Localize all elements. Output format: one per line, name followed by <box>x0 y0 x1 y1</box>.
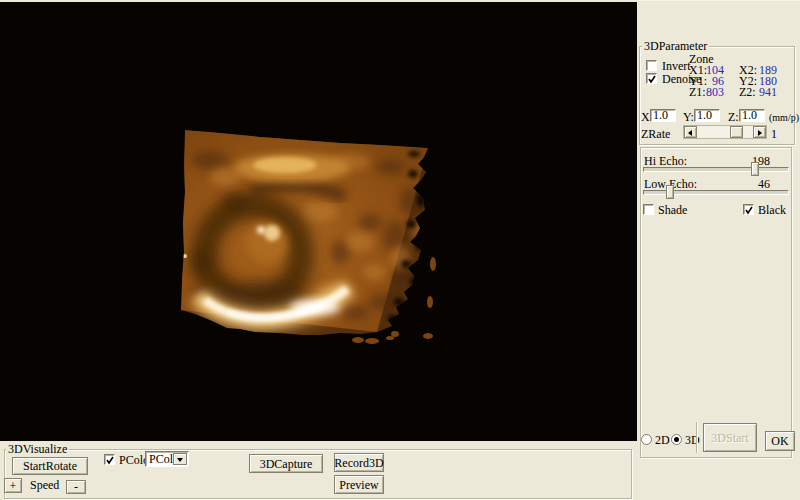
black-checkbox[interactable] <box>743 204 754 215</box>
scale-unit-label: (mm/p) <box>769 112 799 124</box>
scale-z-input[interactable] <box>739 109 765 122</box>
scale-z-label: Z: <box>728 111 739 123</box>
zrate-value: 1 <box>771 128 777 140</box>
ok-button[interactable]: OK <box>765 431 795 451</box>
invert-checkbox[interactable] <box>646 60 657 71</box>
check-icon <box>647 74 658 85</box>
speed-plus-button[interactable]: + <box>4 478 22 493</box>
low-echo-slider[interactable] <box>643 190 789 195</box>
app-window: 3DParameter Invert Denoise Zone X1: 104 … <box>0 0 800 500</box>
visualize-panel: 3DVisualize StartRotate + Speed - PColor… <box>0 441 637 500</box>
start-rotate-button[interactable]: StartRotate <box>12 457 88 475</box>
preview-button[interactable]: Preview <box>334 475 384 494</box>
zrate-thumb[interactable] <box>730 126 743 138</box>
mode-3d-label: 3D <box>685 434 700 446</box>
ultrasound-volume-render <box>0 2 637 441</box>
arrow-right-icon <box>758 130 762 136</box>
mode-2d-radio[interactable] <box>641 434 652 445</box>
pcolor-dropdown-button[interactable] <box>173 453 187 465</box>
speed-label: Speed <box>30 479 59 491</box>
zone-z2-value: 941 <box>751 86 777 98</box>
pcolor-checkbox[interactable] <box>104 454 115 465</box>
shade-checkbox[interactable] <box>643 204 654 215</box>
parameter-group-label: 3DParameter <box>642 40 709 52</box>
low-echo-thumb[interactable] <box>666 185 674 199</box>
hi-echo-slider[interactable] <box>643 167 789 172</box>
scale-x-input[interactable] <box>650 109 676 122</box>
mode-3d-radio[interactable] <box>671 434 682 445</box>
denoise-checkbox[interactable] <box>646 73 657 84</box>
zrate-right-arrow[interactable] <box>753 126 766 138</box>
check-icon <box>105 455 116 466</box>
zrate-left-arrow[interactable] <box>684 126 697 138</box>
zone-z1-value: 803 <box>697 86 724 98</box>
zrate-label: ZRate <box>641 128 670 140</box>
mode-2d-label: 2D <box>655 434 670 446</box>
low-echo-value: 46 <box>742 178 770 190</box>
chevron-down-icon <box>177 458 183 462</box>
zrate-scrollbar[interactable] <box>683 125 767 139</box>
black-label: Black <box>758 204 786 216</box>
shade-label: Shade <box>658 204 687 216</box>
invert-label: Invert <box>662 60 691 72</box>
record-button[interactable]: Record3D <box>334 453 384 472</box>
capture-button[interactable]: 3DCapture <box>249 454 323 473</box>
speed-minus-button[interactable]: - <box>66 480 86 494</box>
visualize-group-label: 3DVisualize <box>6 443 69 455</box>
scale-y-input[interactable] <box>694 109 720 122</box>
3dstart-button[interactable]: 3DStart <box>703 423 757 452</box>
button-separator <box>696 422 697 453</box>
hi-echo-thumb[interactable] <box>751 162 759 176</box>
scale-y-label: Y: <box>683 111 694 123</box>
parameter-panel: 3DParameter Invert Denoise Zone X1: 104 … <box>637 0 800 500</box>
pcolor-dropdown[interactable]: PColor <box>145 451 189 467</box>
arrow-left-icon <box>688 130 692 136</box>
render-viewport[interactable] <box>0 2 637 441</box>
hi-echo-label: Hi Echo: <box>644 155 687 167</box>
check-icon <box>744 205 755 216</box>
